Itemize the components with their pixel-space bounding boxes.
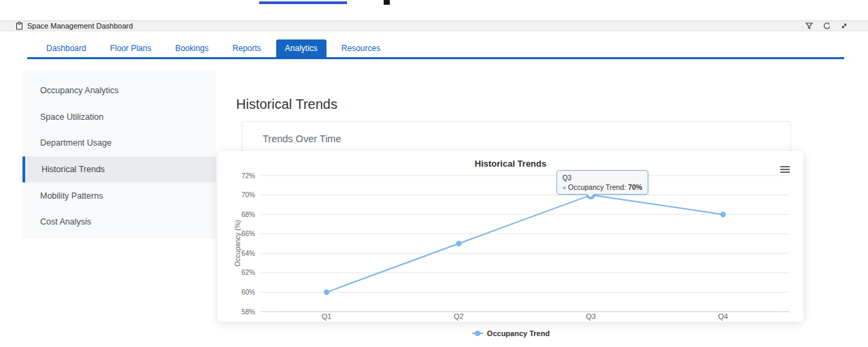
sidebar-item-historical-trends[interactable]: Historical Trends	[22, 156, 216, 183]
tab-dashboard[interactable]: Dashboard	[37, 39, 95, 57]
legend-line-marker-icon	[471, 330, 484, 337]
titlebar-actions	[805, 22, 848, 30]
sidebar-item-mobility-patterns[interactable]: Mobility Patterns	[22, 182, 216, 209]
legend-label: Occupancy Trend	[487, 329, 550, 337]
y-tick-label: 72%	[241, 172, 255, 180]
tooltip-value: 70%	[628, 183, 642, 191]
filter-icon[interactable]	[805, 22, 813, 29]
chart-point-q1[interactable]	[324, 289, 329, 295]
chart-legend: Occupancy Trend	[218, 327, 803, 340]
tab-bar: Dashboard Floor Plans Bookings Reports A…	[37, 39, 389, 57]
clipboard-icon	[16, 22, 23, 30]
chart-point-q4[interactable]	[720, 212, 726, 217]
y-tick-label: 68%	[241, 211, 255, 218]
sidebar-item-department-usage[interactable]: Department Usage	[22, 130, 216, 156]
y-tick-label: 60%	[241, 288, 255, 296]
series-bullet-icon: ●	[563, 184, 566, 191]
page-title: Historical Trends	[236, 97, 337, 112]
cropped-text-fragment	[384, 0, 390, 5]
x-tick-label: Q3	[586, 312, 596, 320]
tab-analytics[interactable]: Analytics	[276, 39, 327, 57]
tooltip-category: Q3	[563, 174, 643, 182]
sidebar-item-space-utilization[interactable]: Space Utilization	[22, 104, 216, 131]
y-tick-label: 66%	[241, 230, 255, 237]
x-tick-label: Q1	[322, 312, 332, 320]
series-line	[327, 195, 723, 293]
window-titlebar: Space Management Dashboard	[0, 20, 868, 31]
occupancy-line-chart: 58%60%62%64%66%68%70%72%Q1Q2Q3Q4	[218, 151, 803, 322]
x-tick-label: Q2	[454, 312, 464, 320]
sidebar: Occupancy Analytics Space Utilization De…	[22, 70, 216, 239]
chart-panel: Historical Trends Occupancy (%) 58%60%62…	[218, 151, 803, 322]
chart-point-q2[interactable]	[456, 241, 461, 246]
x-tick-label: Q4	[718, 312, 729, 320]
tab-reports[interactable]: Reports	[224, 39, 270, 57]
refresh-icon[interactable]	[823, 22, 831, 30]
y-tick-label: 64%	[241, 250, 255, 257]
y-tick-label: 58%	[241, 308, 255, 316]
card-title: Trends Over Time	[242, 122, 790, 144]
sidebar-item-occupancy-analytics[interactable]: Occupancy Analytics	[22, 78, 216, 104]
tab-bar-underline	[27, 57, 844, 59]
collapse-icon[interactable]	[841, 22, 848, 29]
tooltip-value-row: ● Occupancy Trend: 70%	[563, 183, 643, 191]
sidebar-item-cost-analysis[interactable]: Cost Analysis	[22, 209, 216, 235]
legend-item-occupancy-trend[interactable]: Occupancy Trend	[471, 329, 550, 337]
y-tick-label: 70%	[241, 191, 255, 199]
window-title: Space Management Dashboard	[27, 22, 133, 30]
cropped-blue-underline-fragment	[259, 1, 347, 4]
y-tick-label: 62%	[241, 269, 255, 276]
tooltip-series-label: Occupancy Trend:	[568, 183, 626, 191]
tab-resources[interactable]: Resources	[333, 39, 389, 57]
tab-floor-plans[interactable]: Floor Plans	[101, 39, 161, 57]
space-management-dashboard: Space Management Dashboard Dashboard Flo…	[0, 0, 868, 347]
tab-bookings[interactable]: Bookings	[166, 39, 217, 57]
chart-tooltip: Q3 ● Occupancy Trend: 70%	[556, 170, 649, 195]
